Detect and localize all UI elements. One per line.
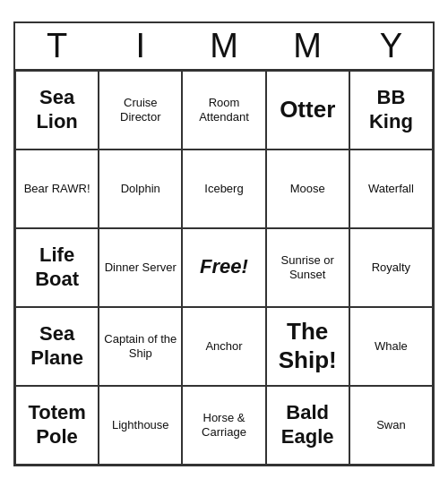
bingo-cell: Totem Pole <box>15 386 99 465</box>
bingo-cell: Cruise Director <box>99 71 182 150</box>
bingo-cell: Life Boat <box>15 228 99 307</box>
bingo-cell: Sea Lion <box>15 71 99 150</box>
bingo-cell: Horse & Carriage <box>182 386 265 465</box>
cell-label: Horse & Carriage <box>186 411 261 439</box>
bingo-cell: Moose <box>266 150 349 228</box>
cell-label: Waterfall <box>368 182 414 196</box>
bingo-cell: Lighthouse <box>99 386 182 465</box>
cell-label: Bear RAWR! <box>24 182 90 196</box>
bingo-cell: Swan <box>349 386 433 465</box>
bingo-cell: Bear RAWR! <box>15 150 99 228</box>
cell-label: Cruise Director <box>103 96 177 124</box>
bingo-cell: Sunrise or Sunset <box>266 228 349 307</box>
bingo-cell: Room Attendant <box>182 71 265 150</box>
cell-label: Dinner Server <box>105 261 177 275</box>
cell-label: Dolphin <box>121 182 160 196</box>
cell-label: Bald Eagle <box>271 401 345 449</box>
cell-label: Royalty <box>372 261 410 275</box>
bingo-cell: Dolphin <box>99 150 182 228</box>
bingo-cell: BB King <box>349 71 433 150</box>
bingo-cell: Royalty <box>349 228 433 307</box>
cell-label: The Ship! <box>271 318 345 373</box>
cell-label: Moose <box>290 182 325 196</box>
bingo-cell: Anchor <box>182 307 265 386</box>
bingo-cell: Free! <box>182 228 265 307</box>
bingo-cell: Dinner Server <box>99 228 182 307</box>
cell-label: Iceberg <box>204 182 243 196</box>
bingo-cell: Bald Eagle <box>266 386 349 465</box>
bingo-cell: Whale <box>349 307 433 386</box>
cell-label: Anchor <box>205 339 242 354</box>
cell-label: Otter <box>280 96 335 124</box>
cell-label: Totem Pole <box>20 401 94 449</box>
header-letter: I <box>99 23 182 69</box>
bingo-card: TIMMY Sea LionCruise DirectorRoom Attend… <box>13 21 435 466</box>
cell-label: Sunrise or Sunset <box>271 253 345 281</box>
header-letter: Y <box>349 23 433 69</box>
header-letter: T <box>15 23 99 69</box>
cell-label: Whale <box>375 339 408 354</box>
cell-label: Captain of the Ship <box>103 332 177 360</box>
cell-label: Swan <box>376 418 406 432</box>
bingo-cell: The Ship! <box>266 307 349 386</box>
bingo-cell: Sea Plane <box>15 307 99 386</box>
header-letter: M <box>182 23 265 69</box>
bingo-cell: Iceberg <box>182 150 265 228</box>
cell-label: Room Attendant <box>186 96 261 124</box>
header-row: TIMMY <box>15 23 433 69</box>
bingo-grid: Sea LionCruise DirectorRoom AttendantOtt… <box>15 69 433 465</box>
cell-label: Sea Plane <box>20 322 94 370</box>
bingo-cell: Captain of the Ship <box>99 307 182 386</box>
cell-label: Life Boat <box>20 244 94 291</box>
header-letter: M <box>266 23 349 69</box>
cell-label: BB King <box>354 86 428 133</box>
cell-label: Sea Lion <box>20 86 94 133</box>
bingo-cell: Waterfall <box>349 150 433 228</box>
bingo-cell: Otter <box>266 71 349 150</box>
cell-label: Free! <box>200 255 248 278</box>
cell-label: Lighthouse <box>112 418 169 432</box>
